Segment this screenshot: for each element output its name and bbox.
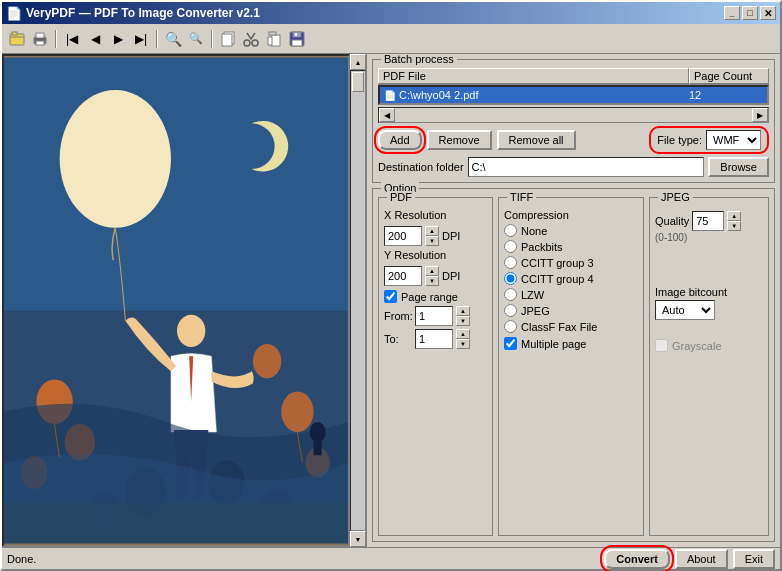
to-down[interactable]: ▼ bbox=[456, 339, 470, 349]
y-dpi-label: DPI bbox=[442, 270, 460, 282]
remove-button[interactable]: Remove bbox=[427, 130, 492, 150]
y-resolution-spinners: ▲ ▼ bbox=[425, 266, 439, 286]
file-list[interactable]: 📄 C:\whyo04 2.pdf 12 bbox=[378, 85, 769, 105]
from-row: From: ▲ ▼ bbox=[384, 306, 487, 326]
none-radio[interactable] bbox=[504, 224, 517, 237]
scroll-left-button[interactable]: ◀ bbox=[379, 108, 395, 122]
classf-radio[interactable] bbox=[504, 320, 517, 333]
packbits-radio[interactable] bbox=[504, 240, 517, 253]
quality-label: Quality bbox=[655, 215, 689, 227]
prev-button[interactable]: ◀ bbox=[84, 28, 106, 50]
svg-rect-34 bbox=[314, 440, 322, 455]
ccitt3-radio[interactable] bbox=[504, 256, 517, 269]
maximize-button[interactable]: □ bbox=[742, 6, 758, 20]
svg-rect-10 bbox=[269, 32, 276, 35]
y-resolution-input[interactable] bbox=[384, 266, 422, 286]
multiple-page-label: Multiple page bbox=[521, 338, 586, 350]
multiple-page-checkbox[interactable] bbox=[504, 337, 517, 350]
window-title: VeryPDF — PDF To Image Converter v2.1 bbox=[26, 6, 260, 20]
main-content: ▲ ▼ Batch process PDF File Page Count bbox=[2, 54, 780, 547]
x-resolution-input[interactable] bbox=[384, 226, 422, 246]
save-btn[interactable] bbox=[286, 28, 308, 50]
h-scrollbar: ◀ ▶ bbox=[378, 107, 769, 123]
quality-up[interactable]: ▲ bbox=[727, 211, 741, 221]
page-range-checkbox[interactable] bbox=[384, 290, 397, 303]
main-window: 📄 VeryPDF — PDF To Image Converter v2.1 … bbox=[0, 0, 782, 571]
from-down[interactable]: ▼ bbox=[456, 316, 470, 326]
first-button[interactable]: |◀ bbox=[61, 28, 83, 50]
grayscale-checkbox[interactable] bbox=[655, 339, 668, 352]
minimize-button[interactable]: _ bbox=[724, 6, 740, 20]
add-button[interactable]: Add bbox=[378, 130, 422, 150]
app-icon: 📄 bbox=[6, 6, 22, 21]
right-panel: Batch process PDF File Page Count 📄 C:\w… bbox=[367, 54, 780, 547]
none-radio-row: None bbox=[504, 224, 638, 237]
bitcount-select[interactable]: Auto 1 4 8 16 24 32 bbox=[655, 300, 715, 320]
titlebar-buttons: _ □ ✕ bbox=[724, 6, 776, 20]
compression-label: Compression bbox=[504, 209, 638, 221]
col-page-count: Page Count bbox=[689, 68, 769, 84]
bitcount-row: Auto 1 4 8 16 24 32 bbox=[655, 300, 763, 320]
file-cell-name: 📄 C:\whyo04 2.pdf bbox=[382, 88, 685, 102]
table-header: PDF File Page Count bbox=[378, 68, 769, 85]
svg-point-24 bbox=[253, 344, 281, 378]
from-label: From: bbox=[384, 310, 412, 322]
none-label: None bbox=[521, 225, 547, 237]
print-button[interactable] bbox=[29, 28, 51, 50]
jpeg-group-label: JPEG bbox=[658, 191, 693, 203]
cut-btn[interactable] bbox=[240, 28, 262, 50]
ccitt4-radio[interactable] bbox=[504, 272, 517, 285]
about-button[interactable]: About bbox=[675, 549, 728, 569]
paste-btn[interactable] bbox=[263, 28, 285, 50]
x-res-down[interactable]: ▼ bbox=[425, 236, 439, 246]
classf-label: ClassF Fax File bbox=[521, 321, 597, 333]
close-button[interactable]: ✕ bbox=[760, 6, 776, 20]
next-button[interactable]: ▶ bbox=[107, 28, 129, 50]
from-up[interactable]: ▲ bbox=[456, 306, 470, 316]
quality-input[interactable] bbox=[692, 211, 724, 231]
x-resolution-label: X Resolution bbox=[384, 209, 487, 221]
browse-button[interactable]: Browse bbox=[708, 157, 769, 177]
batch-process-group: Batch process PDF File Page Count 📄 C:\w… bbox=[372, 59, 775, 183]
x-res-up[interactable]: ▲ bbox=[425, 226, 439, 236]
scroll-down-button[interactable]: ▼ bbox=[350, 531, 366, 547]
y-res-up[interactable]: ▲ bbox=[425, 266, 439, 276]
table-row[interactable]: 📄 C:\whyo04 2.pdf 12 bbox=[380, 87, 767, 103]
zoomin-button[interactable]: 🔍 bbox=[162, 28, 184, 50]
y-res-down[interactable]: ▼ bbox=[425, 276, 439, 286]
quality-row: Quality ▲ ▼ bbox=[655, 211, 763, 231]
zoomout-button[interactable]: 🔍 bbox=[185, 28, 207, 50]
from-input[interactable] bbox=[415, 306, 453, 326]
convert-button[interactable]: Convert bbox=[604, 549, 670, 569]
scroll-thumb[interactable] bbox=[352, 72, 364, 92]
sep2 bbox=[156, 30, 158, 48]
preview-area bbox=[2, 54, 350, 547]
from-spinners: ▲ ▼ bbox=[456, 306, 470, 326]
lzw-radio[interactable] bbox=[504, 288, 517, 301]
option-group: Option PDF X Resolution ▲ ▼ DPI bbox=[372, 188, 775, 542]
svg-rect-11 bbox=[268, 37, 272, 45]
image-bitcount-label: Image bitcount bbox=[655, 286, 763, 298]
toolbar: |◀ ◀ ▶ ▶| 🔍 🔍 bbox=[2, 24, 780, 54]
packbits-label: Packbits bbox=[521, 241, 563, 253]
destination-input[interactable] bbox=[468, 157, 705, 177]
file-type-select[interactable]: WMF BMP JPEG PNG TIFF EMF GIF TGA bbox=[706, 130, 761, 150]
to-label: To: bbox=[384, 333, 412, 345]
ccitt4-radio-row: CCITT group 4 bbox=[504, 272, 638, 285]
to-up[interactable]: ▲ bbox=[456, 329, 470, 339]
ccitt3-label: CCITT group 3 bbox=[521, 257, 594, 269]
scroll-up-button[interactable]: ▲ bbox=[350, 54, 366, 70]
jpeg-label: JPEG bbox=[521, 305, 550, 317]
exit-button[interactable]: Exit bbox=[733, 549, 775, 569]
svg-point-23 bbox=[281, 392, 313, 432]
svg-rect-1 bbox=[12, 32, 17, 35]
scroll-right-button[interactable]: ▶ bbox=[752, 108, 768, 122]
remove-all-button[interactable]: Remove all bbox=[497, 130, 576, 150]
jpeg-radio[interactable] bbox=[504, 304, 517, 317]
quality-down[interactable]: ▼ bbox=[727, 221, 741, 231]
open-button[interactable] bbox=[6, 28, 28, 50]
last-button[interactable]: ▶| bbox=[130, 28, 152, 50]
copy-btn[interactable] bbox=[217, 28, 239, 50]
y-resolution-row: ▲ ▼ DPI bbox=[384, 266, 487, 286]
to-input[interactable] bbox=[415, 329, 453, 349]
